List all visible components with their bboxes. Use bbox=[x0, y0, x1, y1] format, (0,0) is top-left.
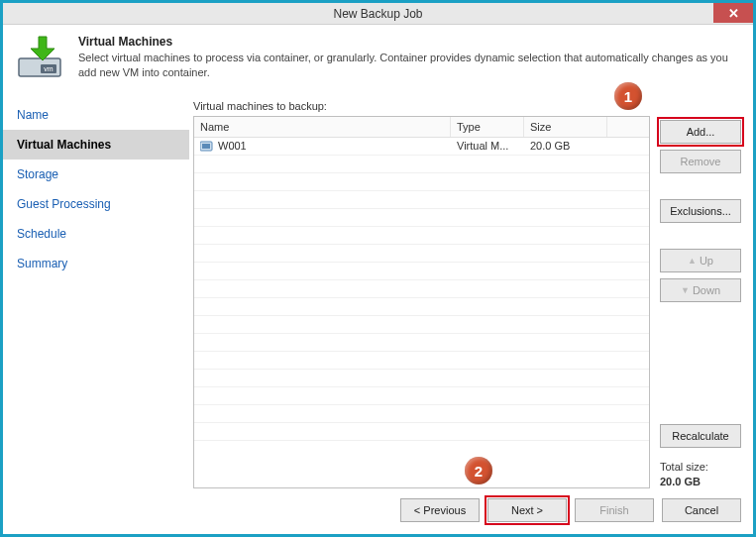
header-title: Virtual Machines bbox=[78, 35, 739, 49]
column-size[interactable]: Size bbox=[524, 117, 607, 137]
table-row-empty bbox=[194, 191, 649, 209]
arrow-up-icon: ▲ bbox=[688, 256, 697, 266]
close-button[interactable]: ✕ bbox=[713, 3, 753, 23]
table-row-empty bbox=[194, 227, 649, 245]
sidebar-item-summary[interactable]: Summary bbox=[3, 249, 189, 278]
vm-table-wrap: Virtual machines to backup: Name Type Si… bbox=[193, 100, 650, 488]
sidebar-item-storage[interactable]: Storage bbox=[3, 160, 189, 189]
window-title: New Backup Job bbox=[333, 7, 422, 21]
side-button-column: Add... Remove Exclusions... ▲ Up ▼ Down … bbox=[660, 100, 741, 488]
table-row-empty bbox=[194, 209, 649, 227]
annotation-callout-1: 1 bbox=[614, 82, 642, 110]
close-icon: ✕ bbox=[728, 6, 739, 21]
svg-rect-4 bbox=[202, 144, 210, 149]
table-row-empty bbox=[194, 245, 649, 263]
table-row-empty bbox=[194, 263, 649, 280]
previous-button[interactable]: < Previous bbox=[400, 498, 480, 522]
cancel-button[interactable]: Cancel bbox=[662, 498, 741, 522]
table-row[interactable]: W001 Virtual M... 20.0 GB bbox=[194, 138, 649, 156]
sidebar-item-virtual-machines[interactable]: Virtual Machines bbox=[3, 130, 189, 160]
table-row-empty bbox=[194, 423, 649, 441]
down-button: ▼ Down bbox=[660, 278, 741, 302]
column-spare bbox=[607, 117, 649, 137]
arrow-down-icon: ▼ bbox=[681, 285, 690, 295]
annotation-callout-2: 2 bbox=[465, 457, 492, 484]
up-button: ▲ Up bbox=[660, 249, 741, 272]
finish-button: Finish bbox=[575, 498, 654, 522]
table-body: W001 Virtual M... 20.0 GB bbox=[194, 138, 649, 487]
remove-button: Remove bbox=[660, 150, 741, 173]
table-row-empty bbox=[194, 405, 649, 423]
column-name[interactable]: Name bbox=[194, 117, 451, 137]
titlebar: New Backup Job ✕ bbox=[3, 3, 753, 25]
table-row-empty bbox=[194, 316, 649, 334]
table-row-empty bbox=[194, 280, 649, 298]
header-description: Select virtual machines to process via c… bbox=[78, 51, 739, 80]
row-size: 20.0 GB bbox=[524, 139, 607, 153]
wizard-header: vm Virtual Machines Select virtual machi… bbox=[3, 25, 753, 94]
wizard-window: New Backup Job ✕ vm Virtual Machines Sel… bbox=[3, 3, 753, 534]
table-row-empty bbox=[194, 173, 649, 191]
table-row-empty bbox=[194, 334, 649, 352]
svg-text:vm: vm bbox=[44, 65, 54, 72]
vm-row-icon bbox=[200, 140, 214, 152]
table-row-empty bbox=[194, 370, 649, 387]
row-type: Virtual M... bbox=[451, 139, 524, 153]
table-row-empty bbox=[194, 298, 649, 316]
table-label: Virtual machines to backup: bbox=[193, 100, 650, 112]
sidebar-item-name[interactable]: Name bbox=[3, 100, 189, 130]
add-button[interactable]: Add... bbox=[660, 120, 741, 144]
vm-header-icon: vm bbox=[17, 35, 66, 78]
column-type[interactable]: Type bbox=[451, 117, 524, 137]
recalculate-button[interactable]: Recalculate bbox=[660, 424, 741, 448]
table-row-empty bbox=[194, 156, 649, 173]
wizard-footer: < Previous Next > Finish Cancel bbox=[3, 488, 753, 534]
vm-table: Name Type Size bbox=[193, 116, 650, 488]
total-size: Total size: 20.0 GB bbox=[660, 460, 741, 488]
total-size-value: 20.0 GB bbox=[660, 475, 741, 488]
exclusions-button[interactable]: Exclusions... bbox=[660, 199, 741, 223]
header-text: Virtual Machines Select virtual machines… bbox=[78, 35, 739, 80]
sidebar-item-guest-processing[interactable]: Guest Processing bbox=[3, 189, 189, 219]
sidebar-item-schedule[interactable]: Schedule bbox=[3, 219, 189, 249]
table-header: Name Type Size bbox=[194, 117, 649, 138]
table-row-empty bbox=[194, 387, 649, 405]
wizard-steps-sidebar: Name Virtual Machines Storage Guest Proc… bbox=[3, 94, 189, 488]
total-size-label: Total size: bbox=[660, 460, 741, 474]
table-row-empty bbox=[194, 352, 649, 370]
main-panel: Virtual machines to backup: Name Type Si… bbox=[189, 94, 753, 488]
next-button[interactable]: Next > bbox=[487, 498, 567, 522]
wizard-body: Name Virtual Machines Storage Guest Proc… bbox=[3, 94, 753, 488]
row-name: W001 bbox=[218, 140, 247, 152]
